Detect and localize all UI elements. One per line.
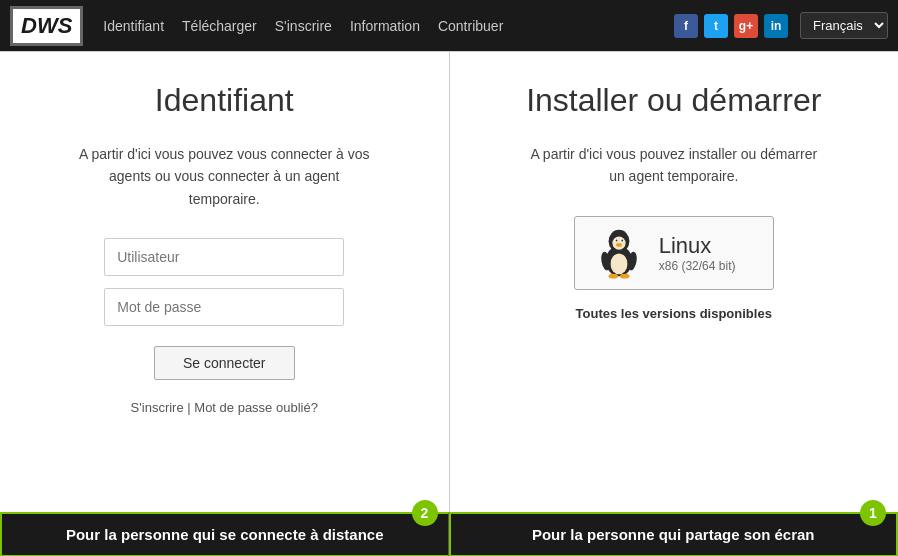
logo: DWS [10,6,83,46]
linkedin-icon[interactable]: in [764,14,788,38]
register-link[interactable]: S'inscrire [131,400,184,415]
language-select[interactable]: Français English Deutsch Español [800,12,888,39]
nav-telecharger[interactable]: Télécharger [182,18,257,34]
form-links: S'inscrire | Mot de passe oublié? [131,400,318,415]
all-versions-link[interactable]: Toutes les versions disponibles [576,306,772,321]
footer-right-badge: 1 [860,500,886,526]
connect-button[interactable]: Se connecter [154,346,295,380]
nav-inscrire[interactable]: S'inscrire [275,18,332,34]
left-title: Identifiant [155,82,294,119]
username-input[interactable] [104,238,344,276]
main-content: Identifiant A partir d'ici vous pouvez v… [0,52,898,512]
linux-download-button[interactable]: Linux x86 (32/64 bit) [574,216,774,290]
svg-point-8 [616,243,622,247]
nav-contribuer[interactable]: Contribuer [438,18,503,34]
right-title: Installer ou démarrer [526,82,821,119]
footer-bar-left: Pour la personne qui se connecte à dista… [0,512,449,556]
googleplus-icon[interactable]: g+ [734,14,758,38]
nav-identifiant[interactable]: Identifiant [103,18,164,34]
right-panel: Installer ou démarrer A partir d'ici vou… [450,52,899,512]
svg-point-1 [610,253,627,274]
nav-information[interactable]: Information [350,18,420,34]
svg-point-3 [612,236,625,249]
nav-links: Identifiant Télécharger S'inscrire Infor… [103,18,662,34]
svg-point-7 [621,239,623,241]
linux-text: Linux x86 (32/64 bit) [659,233,736,273]
right-description: A partir d'ici vous pouvez installer ou … [524,143,824,188]
footer-left-badge: 2 [412,500,438,526]
tux-icon [595,227,643,279]
password-input[interactable] [104,288,344,326]
svg-point-6 [615,239,617,241]
linux-os-sub: x86 (32/64 bit) [659,259,736,273]
left-panel: Identifiant A partir d'ici vous pouvez v… [0,52,450,512]
forgot-link[interactable]: Mot de passe oublié? [194,400,318,415]
left-description: A partir d'ici vous pouvez vous connecte… [74,143,374,210]
linux-os-name: Linux [659,233,736,259]
footer-left-label: Pour la personne qui se connecte à dista… [66,526,384,543]
footer-bar-right: Pour la personne qui partage son écran 1 [449,512,899,556]
twitter-icon[interactable]: t [704,14,728,38]
navbar: DWS Identifiant Télécharger S'inscrire I… [0,0,898,51]
svg-point-10 [620,274,629,279]
svg-point-9 [608,274,617,279]
footer-bars: Pour la personne qui se connecte à dista… [0,512,898,556]
footer-right-label: Pour la personne qui partage son écran [532,526,815,543]
social-icons: f t g+ in [674,14,788,38]
facebook-icon[interactable]: f [674,14,698,38]
